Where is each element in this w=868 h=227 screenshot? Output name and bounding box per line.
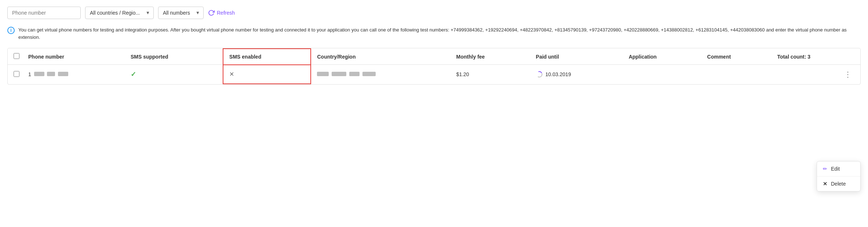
row-checkbox[interactable]	[14, 71, 19, 77]
col-total-count: Total count: 3	[771, 49, 860, 65]
select-all-checkbox-cell	[8, 49, 22, 65]
actions-cell: ⋮	[771, 65, 860, 84]
country-select[interactable]: All countries / Regio...	[85, 7, 154, 19]
info-icon: i	[7, 27, 15, 34]
phone-blurred-1	[34, 72, 44, 76]
col-sms-supported: SMS supported	[125, 49, 223, 65]
phone-number-value: 1	[28, 71, 31, 77]
comment-cell	[701, 65, 772, 84]
sms-enabled-xmark: ✕	[229, 71, 234, 77]
table-row: 1 ✓ ✕	[8, 65, 860, 84]
sms-supported-cell: ✓	[125, 65, 223, 84]
more-options-button[interactable]: ⋮	[841, 69, 854, 79]
numbers-select[interactable]: All numbers	[158, 7, 204, 19]
refresh-icon	[208, 10, 215, 16]
refresh-label: Refresh	[217, 10, 235, 16]
col-paid-until: Paid until	[530, 49, 623, 65]
context-menu-delete[interactable]: ✕ Delete	[817, 176, 860, 191]
phone-number-input[interactable]	[7, 7, 81, 19]
country-blurred-1	[317, 72, 329, 76]
phone-numbers-table: Phone number SMS supported SMS enabled C…	[8, 48, 860, 84]
country-region-cell	[311, 65, 450, 84]
country-blurred-4	[362, 72, 376, 76]
col-comment: Comment	[701, 49, 772, 65]
delete-label: Delete	[831, 181, 846, 187]
col-country-region: Country/Region	[311, 49, 450, 65]
monthly-fee-cell: $1.20	[451, 65, 530, 84]
paid-until-cell: 10.03.2019	[530, 65, 623, 84]
col-monthly-fee: Monthly fee	[451, 49, 530, 65]
row-checkbox-cell	[8, 65, 22, 84]
col-phone-number: Phone number	[22, 49, 125, 65]
edit-icon: ✏	[823, 166, 827, 172]
info-banner: i You can get virtual phone numbers for …	[7, 26, 861, 41]
country-blurred-3	[349, 72, 360, 76]
filter-bar: All countries / Regio... ▼ All numbers ▼…	[7, 7, 861, 19]
col-application: Application	[623, 49, 701, 65]
sms-supported-checkmark: ✓	[131, 71, 136, 78]
context-menu-edit[interactable]: ✏ Edit	[817, 161, 860, 176]
page: All countries / Regio... ▼ All numbers ▼…	[0, 0, 868, 227]
sms-enabled-cell: ✕	[223, 65, 311, 84]
context-menu: ✏ Edit ✕ Delete	[817, 161, 861, 191]
loading-icon	[536, 71, 543, 78]
col-sms-enabled: SMS enabled	[223, 49, 311, 65]
country-select-wrapper: All countries / Regio... ▼	[85, 7, 154, 19]
select-all-checkbox[interactable]	[14, 53, 19, 59]
application-cell	[623, 65, 701, 84]
phone-blurred-3	[58, 72, 68, 76]
country-blurred-2	[332, 72, 346, 76]
edit-label: Edit	[831, 166, 840, 172]
table-header-row: Phone number SMS supported SMS enabled C…	[8, 49, 860, 65]
paid-until-value: 10.03.2019	[546, 71, 571, 77]
numbers-select-wrapper: All numbers ▼	[158, 7, 204, 19]
table-container: Phone number SMS supported SMS enabled C…	[7, 48, 861, 85]
delete-icon: ✕	[823, 181, 827, 187]
phone-blurred-2	[47, 72, 55, 76]
refresh-button[interactable]: Refresh	[208, 10, 235, 16]
info-text: You can get virtual phone numbers for te…	[18, 26, 861, 41]
phone-number-cell: 1	[22, 65, 125, 84]
